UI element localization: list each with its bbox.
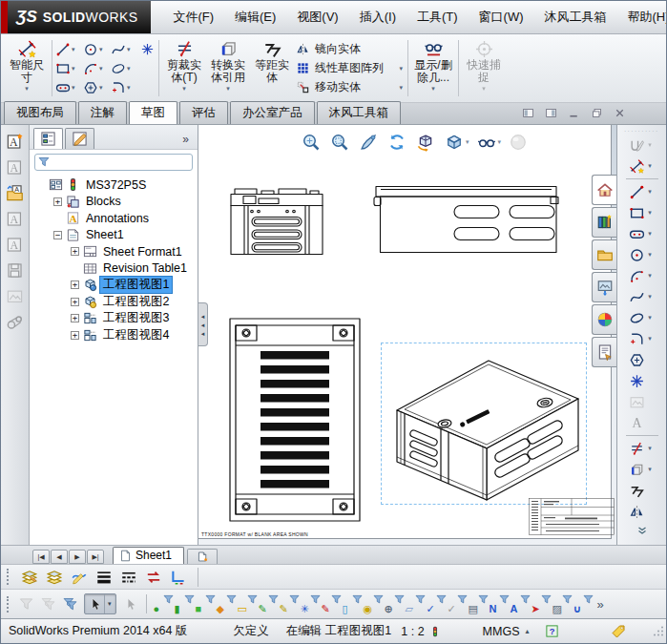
point-tool[interactable] <box>629 370 655 391</box>
insert-block-tool[interactable] <box>6 184 24 202</box>
text-tool[interactable] <box>629 412 655 433</box>
drawing-view-side[interactable] <box>373 183 559 256</box>
tree-item-drawing-view1[interactable]: + 工程图视图1 <box>30 277 198 294</box>
tree-item-blocks[interactable]: + Blocks <box>30 194 198 211</box>
panel-more-chevron-icon[interactable]: » <box>177 133 194 149</box>
last-sheet-button[interactable]: ▶| <box>87 550 104 564</box>
filter-sketch-segments-button[interactable]: ✎ <box>279 594 299 614</box>
filter-annotations-button[interactable]: ▯ <box>342 594 362 614</box>
circle-tool[interactable]: ▾ <box>83 40 111 59</box>
tab-view-layout[interactable]: 视图布局 <box>4 101 76 124</box>
panel-splitter-handle[interactable]: ◂ ◂ ◂ <box>198 302 208 346</box>
rectangle-tool[interactable]: ▾ <box>55 59 83 78</box>
zoom-fit-button[interactable] <box>302 133 323 152</box>
tree-item-drawing-view3[interactable]: + 工程图视图3 <box>30 310 198 327</box>
spline-tool[interactable]: ▾ <box>111 40 138 59</box>
convert-entities-dropdown-icon[interactable]: ▾ <box>226 85 230 92</box>
move-entities-dropdown-icon[interactable]: ▾ <box>399 84 403 92</box>
smart-dimension-tool[interactable]: ▾ <box>629 156 655 177</box>
tree-item-revision-table1[interactable]: Revision Table1 <box>30 260 198 278</box>
filter-gtol-button[interactable]: ✓ <box>426 594 446 614</box>
clear-all-filters-button[interactable] <box>38 594 58 614</box>
hide-show-edges-button[interactable] <box>170 569 187 586</box>
move-entities-button[interactable]: 移动实体 ▾ <box>296 78 403 96</box>
menu-edit[interactable]: 编辑(E) <box>224 9 286 26</box>
split-pane-right-button[interactable] <box>545 107 557 119</box>
filter-surface-finish-button[interactable]: ◉ <box>363 594 383 614</box>
tree-item-drawing-view4[interactable]: + 工程图视图4 <box>30 327 198 344</box>
tab-mufeng-toolbox[interactable]: 沐风工具箱 <box>317 101 402 124</box>
polygon-tool[interactable]: ▾ <box>83 78 111 97</box>
filter-solid-bodies-button[interactable]: ◆ <box>216 594 236 614</box>
filter-dimensions-button[interactable]: ✎ <box>321 594 341 614</box>
layer-button[interactable] <box>46 569 63 586</box>
ellipse-tool[interactable]: ▾ <box>111 59 138 78</box>
convert-entities-tool[interactable]: ▾ <box>629 459 655 480</box>
convert-entities-button[interactable]: 转换实体引用 ▾ <box>206 36 250 100</box>
slot-tool[interactable]: ▾ <box>55 78 83 97</box>
menu-file[interactable]: 文件(F) <box>162 9 224 26</box>
polygon-tool[interactable] <box>629 349 655 370</box>
tree-item-annotations[interactable]: Annotations <box>30 210 198 227</box>
help-icon[interactable] <box>545 624 559 638</box>
prev-sheet-button[interactable]: ◀ <box>51 550 68 564</box>
split-pane-left-button[interactable] <box>522 107 534 119</box>
linear-pattern-dropdown-icon[interactable]: ▾ <box>399 65 403 73</box>
featuremanager-tab[interactable] <box>33 128 63 149</box>
explode-block-tool[interactable] <box>6 287 24 305</box>
filter-toggle-button[interactable] <box>16 594 36 614</box>
drawing-view-front[interactable] <box>230 186 323 256</box>
taskpane-resources-tab[interactable] <box>592 175 616 205</box>
filter-sketches-button[interactable]: ✎ <box>258 594 278 614</box>
tree-filter-input[interactable] <box>50 156 189 169</box>
make-block-tool[interactable] <box>6 133 24 151</box>
display-delete-dropdown-icon[interactable]: ▾ <box>431 85 435 92</box>
display-delete-relations-button[interactable]: 显示/删除几... ▾ <box>411 36 455 100</box>
unit-system-caret-icon[interactable]: ▴ <box>526 627 530 635</box>
filter-datum-targets-button[interactable]: A <box>510 594 530 614</box>
filter-weld-symbols-button[interactable]: ∪ <box>573 594 593 614</box>
edit-appearance-button[interactable] <box>509 133 530 152</box>
toolbar-more-chevron-icon[interactable] <box>636 524 649 541</box>
propertymanager-tab[interactable] <box>65 128 94 149</box>
filter-more-chevron-icon[interactable]: » <box>597 597 604 612</box>
add-sheet-button[interactable] <box>187 549 218 564</box>
next-sheet-button[interactable]: ▶ <box>69 550 86 564</box>
centerpoint-arc-tool[interactable]: ▾ <box>629 265 655 286</box>
spline-tool[interactable]: ▾ <box>629 286 655 307</box>
tag-icon[interactable] <box>611 624 626 639</box>
filter-surface-bodies-button[interactable]: ▭ <box>237 594 257 614</box>
fillet-tool[interactable]: ▾ <box>629 328 655 349</box>
menu-insert[interactable]: 插入(I) <box>349 9 406 26</box>
sheet-tab-sheet1[interactable]: Sheet1 <box>113 547 184 564</box>
tab-annotation[interactable]: 注解 <box>78 101 127 124</box>
filter-planes-button[interactable]: ▱ <box>405 594 425 614</box>
belt-chain-tool[interactable] <box>6 313 24 331</box>
filter-balloons-button[interactable]: N <box>489 594 509 614</box>
tree-item-root[interactable]: MS372P5S <box>30 177 198 194</box>
rectangle-tool[interactable]: ▾ <box>629 202 655 223</box>
line-style-button[interactable] <box>120 569 137 586</box>
slot-tool[interactable]: ▾ <box>629 223 655 244</box>
fillet-tool[interactable]: ▾ <box>111 78 138 97</box>
mirror-entities-tool[interactable] <box>629 501 655 522</box>
menu-mufeng-toolbox[interactable]: 沐风工具箱 <box>534 9 617 26</box>
line-tool[interactable]: ▾ <box>629 181 655 202</box>
tree-item-sheet-format1[interactable]: + Sheet Format1 <box>30 243 198 260</box>
layer-properties-button[interactable] <box>21 569 38 586</box>
view-pointer-button[interactable] <box>359 133 380 152</box>
toolbar-drag-handle[interactable] <box>7 569 10 585</box>
color-display-mode-button[interactable] <box>145 569 162 586</box>
taskpane-custom-properties-tab[interactable] <box>592 337 616 367</box>
trim-entities-tool[interactable]: ▾ <box>629 438 655 459</box>
resize-grip[interactable] <box>653 625 664 637</box>
drawing-view-3d-button[interactable] <box>416 133 437 152</box>
toggle-selection-filters-button[interactable] <box>60 594 80 614</box>
zoom-area-button[interactable] <box>330 133 351 152</box>
tree-item-drawing-view2[interactable]: + 工程图视图2 <box>30 294 198 311</box>
filter-reference-points-button[interactable]: ✓ <box>447 594 467 614</box>
circle-tool[interactable]: ▾ <box>629 244 655 265</box>
trim-entities-dropdown-icon[interactable]: ▾ <box>182 85 186 92</box>
hide-show-items-button[interactable]: ▾ <box>477 133 502 152</box>
redraw-button[interactable] <box>387 133 408 152</box>
